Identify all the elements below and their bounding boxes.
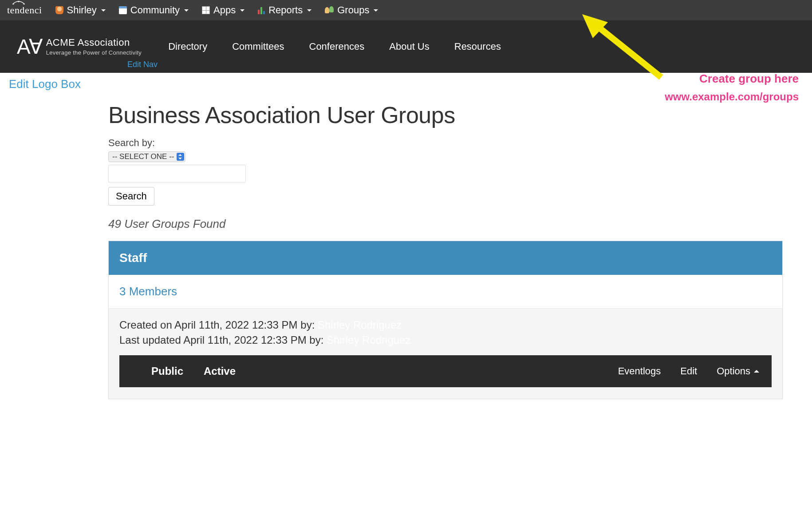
tendenci-logo[interactable]: tendenci [4, 4, 42, 16]
caret-down-icon [307, 9, 311, 12]
status-active-badge: Active [204, 365, 236, 377]
nav-resources[interactable]: Resources [454, 41, 501, 52]
group-panel: Staff 3 Members Created on April 11th, 2… [108, 241, 783, 399]
group-created-line: Created on April 11th, 2022 12:33 PM by:… [119, 318, 772, 333]
admin-menu-apps-label: Apps [213, 4, 236, 16]
search-by-select-value: -- SELECT ONE -- [112, 152, 174, 161]
search-by-label: Search by: [108, 137, 783, 149]
edit-nav-link[interactable]: Edit Nav [127, 60, 158, 69]
status-public-badge: Public [151, 365, 183, 377]
tendenci-logo-text: tendenci [7, 4, 42, 16]
admin-menu-user-label: Shirley [67, 4, 97, 16]
svg-line-3 [595, 24, 661, 77]
brand-tagline: Leverage the Power of Connectivity [46, 50, 142, 56]
page-title: Business Association User Groups [108, 102, 783, 128]
caret-down-icon [184, 9, 189, 12]
group-updated-line: Last updated April 11th, 2022 12:33 PM b… [119, 333, 772, 348]
bar-chart-icon [258, 6, 265, 14]
main-content: Business Association User Groups Search … [0, 95, 812, 399]
window-icon [119, 6, 127, 14]
admin-menu-community-label: Community [130, 4, 180, 16]
select-chevron-icon [177, 153, 184, 161]
admin-bar: tendenci Shirley Community Apps Reports … [0, 0, 812, 20]
groups-found-text: 49 User Groups Found [108, 217, 783, 231]
search-button[interactable]: Search [108, 187, 154, 206]
search-input[interactable] [108, 165, 246, 183]
triangle-up-icon [754, 370, 759, 373]
admin-menu-groups-label: Groups [337, 4, 369, 16]
admin-menu-reports-label: Reports [268, 4, 303, 16]
nav-conferences[interactable]: Conferences [309, 41, 365, 52]
group-members-link[interactable]: 3 Members [119, 285, 177, 298]
nav-committees[interactable]: Committees [232, 41, 284, 52]
admin-menu-community[interactable]: Community [119, 4, 189, 16]
grid-icon [202, 6, 210, 14]
caret-down-icon [101, 9, 106, 12]
brand-name: ACME Association [46, 37, 142, 48]
group-updated-by-link[interactable]: Shirley Rodriguez [327, 334, 410, 346]
group-icon [325, 6, 334, 14]
group-meta: Created on April 11th, 2022 12:33 PM by:… [109, 309, 782, 399]
admin-menu-reports[interactable]: Reports [258, 4, 311, 16]
site-header: A∀ ACME Association Leverage the Power o… [0, 20, 812, 73]
user-icon [55, 6, 63, 14]
search-by-select[interactable]: -- SELECT ONE -- [108, 151, 185, 162]
group-action-bar: Public Active Eventlogs Edit Options [119, 355, 772, 387]
admin-menu-apps[interactable]: Apps [202, 4, 244, 16]
group-name-heading[interactable]: Staff [109, 241, 782, 275]
annotation-create-group-label: Create group here [699, 72, 799, 86]
group-eventlogs-link[interactable]: Eventlogs [618, 365, 661, 377]
site-nav: Directory Committees Conferences About U… [168, 41, 501, 52]
annotation-arrow-icon [577, 11, 666, 86]
caret-down-icon [374, 9, 378, 12]
group-created-by-link[interactable]: Shirley Rodriguez [318, 319, 402, 331]
site-logo[interactable]: A∀ ACME Association Leverage the Power o… [17, 35, 142, 59]
edit-logo-box-link[interactable]: Edit Logo Box [0, 73, 90, 95]
group-edit-link[interactable]: Edit [680, 365, 697, 377]
caret-down-icon [240, 9, 244, 12]
admin-menu-groups[interactable]: Groups [325, 4, 378, 16]
nav-about[interactable]: About Us [389, 41, 430, 52]
svg-point-1 [18, 1, 20, 2]
admin-menu-user[interactable]: Shirley [55, 4, 106, 16]
nav-directory[interactable]: Directory [168, 41, 207, 52]
group-options-menu[interactable]: Options [717, 365, 759, 377]
logo-mark: A∀ [17, 35, 41, 59]
